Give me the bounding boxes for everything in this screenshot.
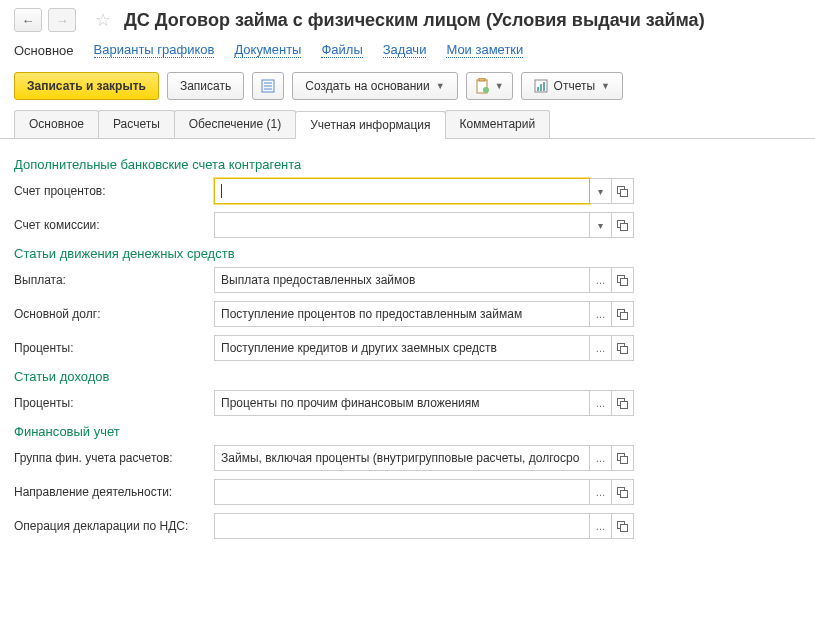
label-commission-account: Счет комиссии: — [14, 218, 214, 232]
row-interest-account: Счет процентов: ▾ — [14, 178, 801, 204]
input-fin-group[interactable]: Займы, включая проценты (внутригрупповые… — [214, 445, 590, 471]
nav-link-0[interactable]: Варианты графиков — [94, 42, 215, 58]
open-button[interactable] — [612, 335, 634, 361]
row-activity-direction: Направление деятельности: … — [14, 479, 801, 505]
svg-rect-20 — [621, 346, 628, 353]
tab-main[interactable]: Основное — [14, 110, 99, 138]
label-payout: Выплата: — [14, 273, 214, 287]
nav-link-1[interactable]: Документы — [234, 42, 301, 58]
ellipsis-button[interactable]: … — [590, 513, 612, 539]
open-button[interactable] — [612, 390, 634, 416]
svg-rect-28 — [621, 524, 628, 531]
create-based-on-button[interactable]: Создать на основании ▼ — [292, 72, 457, 100]
ellipsis-button[interactable]: … — [590, 390, 612, 416]
favorite-star-icon[interactable]: ☆ — [92, 9, 114, 31]
label-interest-income: Проценты: — [14, 396, 214, 410]
caret-down-icon: ▼ — [436, 81, 445, 91]
svg-rect-10 — [543, 82, 545, 91]
section-title-cashflow: Статьи движения денежных средств — [14, 246, 801, 261]
page-title: ДС Договор займа с физическим лицом (Усл… — [124, 10, 705, 31]
input-principal[interactable]: Поступление процентов по предоставленным… — [214, 301, 590, 327]
row-principal: Основной долг: Поступление процентов по … — [14, 301, 801, 327]
svg-rect-14 — [621, 223, 628, 230]
nav-links: Основное Варианты графиков Документы Фай… — [0, 36, 815, 66]
section-title-financial: Финансовый учет — [14, 424, 801, 439]
row-vat-operation: Операция декларации по НДС: … — [14, 513, 801, 539]
open-button[interactable] — [612, 445, 634, 471]
clipboard-icon — [475, 78, 489, 94]
open-button[interactable] — [612, 301, 634, 327]
nav-link-3[interactable]: Задачи — [383, 42, 427, 58]
open-icon — [617, 309, 628, 320]
nav-forward-button[interactable]: → — [48, 8, 76, 32]
input-vat-operation[interactable] — [214, 513, 590, 539]
caret-down-icon: ▼ — [495, 81, 504, 91]
open-button[interactable] — [612, 479, 634, 505]
tab-comment[interactable]: Комментарий — [445, 110, 551, 138]
nav-link-main[interactable]: Основное — [14, 43, 74, 58]
dropdown-button[interactable]: ▾ — [590, 178, 612, 204]
nav-link-2[interactable]: Файлы — [321, 42, 362, 58]
list-icon-button[interactable] — [252, 72, 284, 100]
open-icon — [617, 521, 628, 532]
report-icon — [534, 79, 548, 93]
input-commission-account[interactable] — [214, 212, 590, 238]
ellipsis-button[interactable]: … — [590, 479, 612, 505]
svg-rect-12 — [621, 189, 628, 196]
toolbar: Записать и закрыть Записать Создать на о… — [0, 66, 815, 110]
svg-rect-5 — [479, 78, 485, 81]
input-activity-direction[interactable] — [214, 479, 590, 505]
open-button[interactable] — [612, 513, 634, 539]
list-icon — [261, 79, 275, 93]
save-button[interactable]: Записать — [167, 72, 244, 100]
section-title-bank: Дополнительные банковские счета контраге… — [14, 157, 801, 172]
input-interest-account[interactable] — [214, 178, 590, 204]
svg-rect-8 — [537, 87, 539, 91]
ellipsis-button[interactable]: … — [590, 301, 612, 327]
open-button[interactable] — [612, 267, 634, 293]
open-button[interactable] — [612, 212, 634, 238]
tab-collateral[interactable]: Обеспечение (1) — [174, 110, 296, 138]
form-area: Дополнительные банковские счета контраге… — [0, 139, 815, 567]
open-icon — [617, 487, 628, 498]
nav-back-button[interactable]: ← — [14, 8, 42, 32]
svg-point-6 — [483, 87, 489, 93]
input-payout[interactable]: Выплата предоставленных займов — [214, 267, 590, 293]
row-interest-cf: Проценты: Поступление кредитов и других … — [14, 335, 801, 361]
label-activity-direction: Направление деятельности: — [14, 485, 214, 499]
tab-calculations[interactable]: Расчеты — [98, 110, 175, 138]
label-interest-cf: Проценты: — [14, 341, 214, 355]
caret-down-icon: ▼ — [601, 81, 610, 91]
svg-rect-16 — [621, 278, 628, 285]
row-fin-group: Группа фин. учета расчетов: Займы, включ… — [14, 445, 801, 471]
row-commission-account: Счет комиссии: ▾ — [14, 212, 801, 238]
tabs: Основное Расчеты Обеспечение (1) Учетная… — [0, 110, 815, 139]
tab-accounting[interactable]: Учетная информация — [295, 111, 445, 139]
reports-button[interactable]: Отчеты ▼ — [521, 72, 623, 100]
attachment-button[interactable]: ▼ — [466, 72, 513, 100]
dropdown-button[interactable]: ▾ — [590, 212, 612, 238]
open-icon — [617, 343, 628, 354]
nav-link-4[interactable]: Мои заметки — [446, 42, 523, 58]
input-interest-income[interactable]: Проценты по прочим финансовым вложениям — [214, 390, 590, 416]
open-icon — [617, 186, 628, 197]
label-fin-group: Группа фин. учета расчетов: — [14, 451, 214, 465]
section-title-income: Статьи доходов — [14, 369, 801, 384]
label-interest-account: Счет процентов: — [14, 184, 214, 198]
text-cursor — [221, 184, 222, 198]
input-interest-cf[interactable]: Поступление кредитов и других заемных ср… — [214, 335, 590, 361]
label-principal: Основной долг: — [14, 307, 214, 321]
open-icon — [617, 398, 628, 409]
svg-rect-9 — [540, 84, 542, 91]
save-and-close-button[interactable]: Записать и закрыть — [14, 72, 159, 100]
label-vat-operation: Операция декларации по НДС: — [14, 519, 214, 533]
open-icon — [617, 453, 628, 464]
ellipsis-button[interactable]: … — [590, 335, 612, 361]
open-button[interactable] — [612, 178, 634, 204]
svg-rect-26 — [621, 490, 628, 497]
ellipsis-button[interactable]: … — [590, 267, 612, 293]
ellipsis-button[interactable]: … — [590, 445, 612, 471]
open-icon — [617, 275, 628, 286]
svg-rect-22 — [621, 401, 628, 408]
open-icon — [617, 220, 628, 231]
